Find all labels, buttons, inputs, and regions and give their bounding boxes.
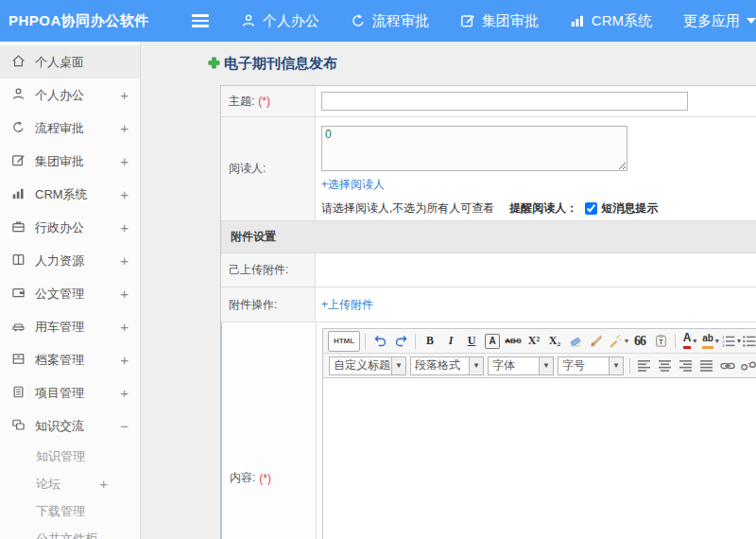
subject-input[interactable] — [321, 92, 688, 111]
font-family-select[interactable]: 字体▼ — [488, 356, 554, 375]
sidebar-subitem-knowledge-management[interactable]: 知识管理 — [0, 443, 140, 470]
uploaded-attachments-value — [316, 253, 756, 287]
sidebar-item-vehicle-management[interactable]: 用车管理 + — [0, 310, 140, 343]
font-color-button[interactable]: A▾ — [680, 332, 699, 351]
redo-icon[interactable] — [391, 332, 410, 351]
sidebar-item-personal-office[interactable]: 个人办公 + — [0, 78, 140, 112]
editor-content-area[interactable] — [323, 378, 756, 539]
expand-toggle[interactable]: + — [120, 186, 129, 202]
align-justify-icon[interactable] — [697, 356, 716, 375]
undo-icon[interactable] — [370, 332, 389, 351]
caret-down-icon — [747, 18, 756, 24]
font-size-select[interactable]: 字号▼ — [558, 356, 624, 375]
html-source-button[interactable]: HTML — [328, 331, 360, 352]
remove-link-icon[interactable] — [739, 356, 756, 375]
cycle-icon — [351, 13, 366, 28]
expand-toggle[interactable]: + — [120, 352, 129, 368]
sidebar-item-label: 知识交流 — [35, 418, 120, 435]
paste-icon[interactable]: T — [651, 332, 670, 351]
green-plus-icon — [208, 57, 220, 72]
app-title: PHPOA协同办公软件 — [0, 12, 177, 30]
expand-toggle[interactable]: + — [120, 120, 129, 136]
sidebar-item-document-management[interactable]: 公文管理 + — [0, 277, 140, 310]
expand-toggle[interactable]: + — [99, 476, 129, 492]
blockquote-button[interactable]: 66 — [630, 332, 649, 351]
rich-text-editor: HTML B I U A ABC X² X₂ ▾ — [322, 328, 756, 539]
format-painter-icon[interactable] — [587, 332, 606, 351]
operations-label-cell: 附件操作: — [221, 287, 316, 322]
readers-textarea[interactable]: 0 — [321, 126, 627, 171]
sidebar-item-crm-system[interactable]: CRM系统 + — [0, 178, 140, 211]
expand-toggle[interactable]: + — [120, 153, 129, 169]
top-bar: PHPOA协同办公软件 个人办公 流程审批 集团审批 CRM系统 更多应用 — [0, 0, 756, 42]
sidebar-subitem-forum[interactable]: 论坛 + — [0, 470, 140, 497]
select-arrow-icon: ▼ — [469, 357, 483, 374]
menu-group-approval[interactable]: 集团审批 — [460, 12, 539, 30]
uploaded-attachments-label: 己上传附件: — [229, 262, 288, 278]
sidebar-item-archive-management[interactable]: 档案管理 + — [0, 343, 140, 376]
sidebar-item-human-resources[interactable]: 人力资源 + — [0, 244, 140, 277]
select-readers-link[interactable]: +选择阅读人 — [321, 177, 756, 193]
underline-button[interactable]: U — [462, 332, 481, 351]
align-center-icon[interactable] — [656, 356, 675, 375]
strikethrough-button[interactable]: ABC — [504, 332, 523, 351]
sidebar-item-label: 集团审批 — [35, 153, 120, 170]
bullet-list-button[interactable]: ▾ — [743, 332, 756, 351]
hamburger-menu-icon[interactable] — [188, 8, 213, 34]
required-mark: (*) — [258, 95, 270, 108]
sidebar-item-label: 公文管理 — [35, 286, 120, 303]
custom-heading-select[interactable]: 自定义标题▼ — [329, 356, 406, 375]
paragraph-format-select[interactable]: 段落格式▼ — [410, 356, 484, 375]
sidebar-item-project-management[interactable]: 项目管理 + — [0, 376, 140, 409]
menu-more-apps[interactable]: 更多应用 — [683, 12, 756, 30]
menu-label: 流程审批 — [372, 12, 429, 30]
menu-personal-office[interactable]: 个人办公 — [241, 12, 319, 30]
font-style-box-button[interactable]: A — [485, 334, 500, 349]
subject-row: 主题: (*) — [221, 86, 756, 117]
expand-toggle[interactable]: + — [120, 252, 129, 269]
top-menu: 个人办公 流程审批 集团审批 CRM系统 更多应用 — [241, 12, 756, 30]
align-left-icon[interactable] — [635, 356, 654, 375]
upload-attachment-link[interactable]: +上传附件 — [321, 297, 373, 313]
sidebar: 个人桌面 个人办公 + 流程审批 + 集团审批 + CRM系统 + 行政办公 +… — [0, 42, 141, 539]
select-arrow-icon: ▼ — [391, 357, 405, 374]
auto-format-icon[interactable]: ▾ — [608, 332, 628, 351]
highlight-color-button[interactable]: ab▾ — [701, 332, 720, 351]
insert-link-icon[interactable] — [718, 356, 737, 375]
align-right-icon[interactable] — [677, 356, 696, 375]
sidebar-item-process-approval[interactable]: 流程审批 + — [0, 112, 140, 145]
sidebar-item-group-approval[interactable]: 集团审批 + — [0, 145, 140, 178]
sms-remind-checkbox[interactable] — [585, 202, 597, 215]
edit-icon — [11, 153, 35, 170]
eraser-icon[interactable] — [566, 332, 585, 351]
subscript-button[interactable]: X₂ — [545, 332, 564, 351]
sms-remind-label: 短消息提示 — [601, 200, 658, 217]
expand-toggle[interactable]: + — [120, 219, 129, 235]
collapse-toggle[interactable]: − — [120, 418, 129, 434]
superscript-button[interactable]: X² — [524, 332, 543, 351]
publish-form: 主题: (*) 阅读人: 0 +选择阅读人 请选择阅读人,不选为所有人可查看 提… — [220, 85, 756, 539]
sidebar-subitem-download-management[interactable]: 下载管理 — [0, 497, 140, 525]
italic-button[interactable]: I — [441, 332, 460, 351]
menu-process-approval[interactable]: 流程审批 — [351, 12, 429, 30]
expand-toggle[interactable]: + — [120, 87, 129, 103]
sidebar-item-knowledge-exchange[interactable]: 知识交流 − — [0, 409, 140, 443]
sidebar-item-administration[interactable]: 行政办公 + — [0, 211, 140, 244]
readers-row: 阅读人: 0 +选择阅读人 请选择阅读人,不选为所有人可查看 提醒阅读人： 短消… — [221, 117, 756, 221]
cycle-icon — [11, 120, 35, 137]
attachments-section-title: 附件设置 — [231, 229, 276, 245]
page-title: 电子期刊信息发布 — [224, 55, 337, 73]
content-label: 内容: — [230, 470, 255, 486]
sidebar-subitem-label: 公共文件柜 — [36, 530, 97, 539]
expand-toggle[interactable]: + — [120, 319, 129, 335]
sidebar-item-personal-desktop[interactable]: 个人桌面 — [0, 45, 140, 78]
sidebar-item-label: 行政办公 — [35, 219, 120, 236]
sidebar-subitem-public-file-cabinet[interactable]: 公共文件柜 — [0, 525, 140, 539]
ordered-list-button[interactable]: 123▾ — [722, 332, 741, 351]
bold-button[interactable]: B — [421, 332, 439, 351]
expand-toggle[interactable]: + — [120, 385, 129, 401]
expand-toggle[interactable]: + — [120, 286, 129, 302]
readers-hint-line: 请选择阅读人,不选为所有人可查看 提醒阅读人： 短消息提示 — [321, 200, 756, 217]
sidebar-item-label: 用车管理 — [35, 319, 120, 336]
menu-crm-system[interactable]: CRM系统 — [570, 12, 652, 30]
